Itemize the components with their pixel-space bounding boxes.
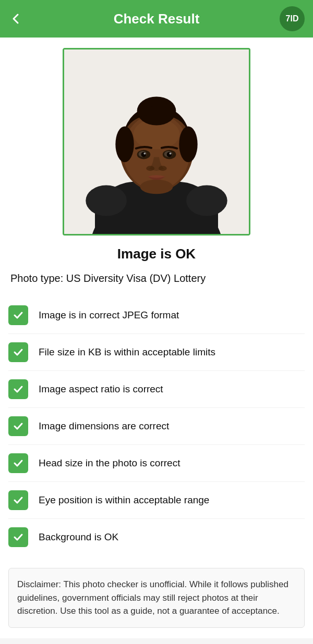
check-item-5: Eye position is within acceptable range	[8, 482, 305, 519]
back-button[interactable]	[8, 11, 23, 26]
main-content: Image is OK Photo type: US Diversity Vis…	[0, 38, 313, 638]
check-icon-4	[8, 453, 28, 473]
svg-point-17	[143, 153, 146, 155]
svg-point-3	[186, 185, 227, 216]
check-label-4: Head size in the photo is correct	[39, 457, 180, 470]
check-label-1: File size in KB is within acceptable lim…	[39, 346, 215, 359]
svg-point-18	[170, 153, 172, 155]
check-label-5: Eye position is within acceptable range	[39, 494, 209, 507]
check-label-3: Image dimensions are correct	[39, 420, 169, 433]
check-icon-2	[8, 379, 28, 399]
check-item-3: Image dimensions are correct	[8, 408, 305, 445]
svg-point-9	[115, 127, 134, 163]
check-item-0: Image is in correct JPEG format	[8, 297, 305, 334]
photo-frame	[63, 48, 250, 236]
passport-photo	[64, 49, 249, 234]
svg-point-21	[140, 180, 173, 194]
check-icon-6	[8, 527, 28, 547]
svg-point-15	[141, 152, 147, 157]
check-label-0: Image is in correct JPEG format	[39, 309, 179, 322]
check-item-1: File size in KB is within acceptable lim…	[8, 334, 305, 371]
result-title: Image is OK	[8, 246, 305, 262]
svg-point-10	[179, 127, 197, 163]
disclaimer-box: Disclaimer: This photo checker is unoffi…	[8, 568, 305, 628]
check-label-2: Image aspect ratio is correct	[39, 383, 163, 396]
check-list: Image is in correct JPEG format File siz…	[8, 297, 305, 555]
svg-point-16	[167, 152, 172, 157]
check-icon-5	[8, 490, 28, 510]
photo-container	[8, 48, 305, 236]
app-logo: 7ID	[280, 6, 305, 31]
disclaimer-text: Disclaimer: This photo checker is unoffi…	[17, 579, 288, 616]
app-header: Check Result 7ID	[0, 0, 313, 38]
page-title: Check Result	[114, 11, 200, 27]
check-item-6: Background is OK	[8, 519, 305, 555]
check-icon-0	[8, 305, 28, 325]
check-icon-3	[8, 416, 28, 436]
photo-type-label: Photo type: US Diversity Visa (DV) Lotte…	[8, 273, 305, 284]
check-icon-1	[8, 342, 28, 362]
svg-point-2	[86, 185, 127, 216]
check-label-6: Background is OK	[39, 531, 118, 544]
svg-point-20	[159, 166, 167, 171]
check-item-2: Image aspect ratio is correct	[8, 371, 305, 408]
svg-point-19	[146, 166, 154, 171]
check-item-4: Head size in the photo is correct	[8, 445, 305, 482]
